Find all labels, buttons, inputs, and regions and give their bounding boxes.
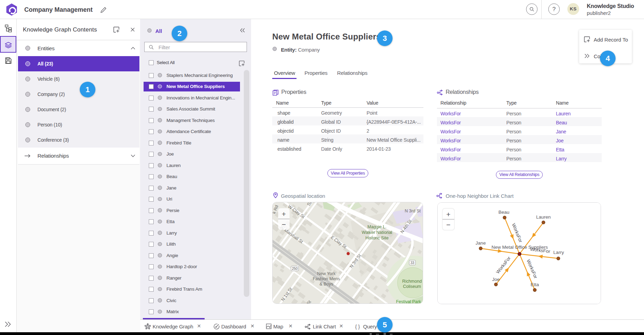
svg-text:250: 250 [292,267,298,271]
svg-text:−: − [446,221,450,229]
svg-text:Coliseum: Coliseum [403,284,421,289]
svg-text:−: − [282,220,286,228]
svg-text:Joe: Joe [492,277,500,282]
svg-text:Jane: Jane [475,240,486,246]
svg-text:Festival Park: Festival Park [396,299,421,304]
svg-text:Historic Site: Historic Site [366,236,389,240]
svg-text:Richmond: Richmond [402,279,422,284]
svg-text:+: + [446,210,450,218]
svg-text:Maggie L.: Maggie L. [368,224,387,229]
svg-text:Walker National: Walker National [362,230,392,235]
svg-text:Etta: Etta [531,282,539,287]
svg-text:Beau: Beau [498,210,509,215]
svg-text:Lauren: Lauren [536,214,551,220]
svg-text:33: 33 [410,261,414,265]
svg-text:Larry: Larry [553,250,564,255]
svg-text:Fashion Mens: Fashion Mens [313,276,340,281]
svg-text:N 3rd St: N 3rd St [405,209,421,213]
svg-text:& Boys: & Boys [319,282,333,286]
svg-text:+: + [282,210,286,218]
svg-text:New York: New York [317,271,336,276]
